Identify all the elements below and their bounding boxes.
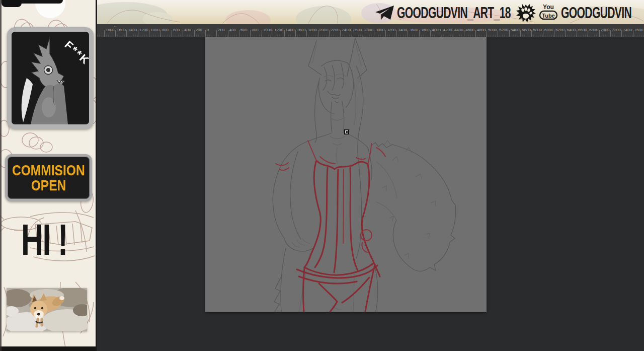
ruler-label: 5600 [522, 28, 531, 32]
ruler-tick [160, 30, 161, 37]
youtube-icon[interactable]: You Tube [538, 3, 558, 20]
ruler-tick [172, 30, 172, 37]
ruler-label: 1800 [106, 28, 115, 32]
ruler-label: 1600 [297, 28, 306, 32]
ruler-tick [543, 30, 543, 37]
streamer-avatar: F**K [7, 27, 94, 129]
ruler-label: 5200 [499, 28, 508, 32]
ruler-label: 6400 [567, 28, 576, 32]
ruler-label: 3600 [409, 28, 418, 32]
ruler-label: 5400 [511, 28, 520, 32]
ruler-tick [621, 30, 622, 37]
ruler-label: 0 [207, 28, 209, 32]
ruler-tick [577, 30, 577, 37]
ruler-label: 6800 [589, 28, 598, 32]
fox-photo [7, 288, 87, 331]
fox-character-sketch [205, 37, 487, 312]
ruler-label: 3400 [398, 28, 407, 32]
ruler-label: 3200 [387, 28, 396, 32]
ruler-label: 800 [162, 28, 169, 32]
ruler-tick [340, 30, 341, 37]
ruler-tick [262, 30, 262, 37]
ruler-tick [363, 30, 363, 37]
ruler-tick [306, 30, 307, 37]
ruler-label: 6600 [578, 28, 587, 32]
ruler-label: 5000 [488, 28, 497, 32]
stream-topbar: GOODGUDVIN_ART_18 You Tube GOODGUDVIN [97, 0, 644, 25]
horizontal-ruler[interactable]: ··· 180016001400120010008006004002000200… [97, 24, 644, 37]
telegram-handle[interactable]: GOODGUDVIN_ART_18 [397, 4, 511, 22]
ruler-tick [194, 30, 195, 37]
ruler-tick [104, 30, 105, 37]
ruler-tick [633, 30, 633, 37]
ruler-tick [216, 30, 217, 37]
ruler-tick [352, 30, 352, 37]
ruler-label: 4800 [477, 28, 486, 32]
greeting-text: HI ! [21, 218, 67, 261]
sidebar-bottom-strip [0, 346, 97, 351]
ruler-tick [126, 30, 127, 37]
ruler-tick [520, 30, 521, 37]
paint-app-viewport: ··· 180016001400120010008006004002000200… [97, 24, 644, 351]
ruler-tick [464, 30, 464, 37]
ruler-label: 1200 [274, 28, 283, 32]
ruler-label: 4600 [465, 28, 474, 32]
ruler-tick [430, 30, 431, 37]
ruler-label: 800 [252, 28, 258, 32]
ruler-label: 4000 [432, 28, 441, 32]
ruler-label: 2400 [342, 28, 351, 32]
ruler-label: 600 [240, 28, 247, 32]
ruler-label: 1000 [263, 28, 272, 32]
paw-splat-icon [515, 3, 536, 25]
brush-cursor[interactable] [344, 129, 349, 134]
youtube-handle[interactable]: GOODGUDVIN [561, 4, 631, 22]
sidebar-left-edge [0, 0, 2, 351]
ruler-tick [610, 30, 611, 37]
ruler-tick [149, 30, 149, 37]
ruler-tick [138, 30, 138, 37]
ruler-label: 400 [184, 28, 191, 32]
ruler-label: 7400 [623, 28, 632, 32]
ruler-label: 200 [196, 28, 202, 32]
ruler-label: 5800 [533, 28, 542, 32]
commission-status-badge[interactable]: COMMISION OPEN [5, 154, 92, 201]
ruler-tick [475, 30, 476, 37]
ruler-tick [250, 30, 251, 37]
ruler-tick [329, 30, 330, 37]
ruler-label: 200 [218, 28, 224, 32]
ruler-label: 7000 [601, 28, 610, 32]
ruler-label: 4200 [443, 28, 452, 32]
ruler-label: 1400 [286, 28, 295, 32]
ruler-label: 1600 [117, 28, 126, 32]
ruler-label: 600 [173, 28, 180, 32]
ruler-label: 1200 [139, 28, 148, 32]
ruler-tick [566, 30, 566, 37]
ruler-tick [599, 30, 600, 37]
ruler-tick [396, 30, 397, 37]
ruler-label: 1400 [128, 28, 137, 32]
ruler-tick [228, 30, 228, 37]
ruler-label: 2600 [353, 28, 362, 32]
ruler-label: 1800 [308, 28, 317, 32]
stream-sidebar: F**K COMMISION OPEN HI ! [0, 0, 97, 351]
ruler-label: 3000 [375, 28, 384, 32]
ruler-tick [385, 30, 386, 37]
ruler-tick [487, 30, 487, 37]
ruler-tick [509, 30, 510, 37]
ruler-label: 4400 [454, 28, 463, 32]
ruler-label: 2000 [319, 28, 329, 32]
ruler-tick [498, 30, 498, 37]
ruler-label: 7600 [634, 28, 643, 32]
corner-tab-bulge [2, 0, 22, 7]
ruler-label: 3800 [421, 28, 430, 32]
ruler-tick [205, 30, 206, 37]
ruler-tick [239, 30, 239, 37]
ruler-tick [408, 30, 408, 37]
ruler-tick [453, 30, 453, 37]
telegram-icon[interactable] [375, 5, 395, 22]
stream-layout: GOODGUDVIN_ART_18 You Tube GOODGUDVIN [0, 0, 644, 351]
ruler-label: 6200 [555, 28, 565, 32]
ruler-label: 400 [229, 28, 236, 32]
ruler-label: 1000 [150, 28, 159, 32]
drawing-canvas[interactable] [205, 37, 487, 312]
